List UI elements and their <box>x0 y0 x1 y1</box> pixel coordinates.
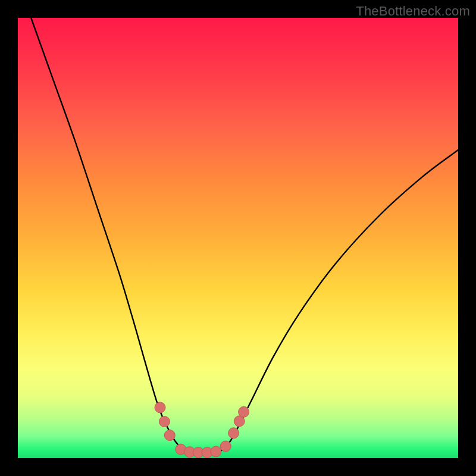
plot-area <box>18 18 458 458</box>
valley-markers <box>155 402 249 458</box>
outer-frame: TheBottleneck.com <box>0 0 476 476</box>
chart-svg <box>18 18 458 458</box>
valley-marker <box>164 430 175 441</box>
valley-marker <box>211 446 221 457</box>
valley-marker <box>155 402 165 413</box>
bottleneck-curve <box>31 18 458 453</box>
watermark-text: TheBottleneck.com <box>356 4 470 19</box>
valley-marker <box>159 416 170 427</box>
valley-marker <box>228 428 239 439</box>
valley-marker <box>239 406 249 417</box>
valley-marker <box>220 441 231 452</box>
